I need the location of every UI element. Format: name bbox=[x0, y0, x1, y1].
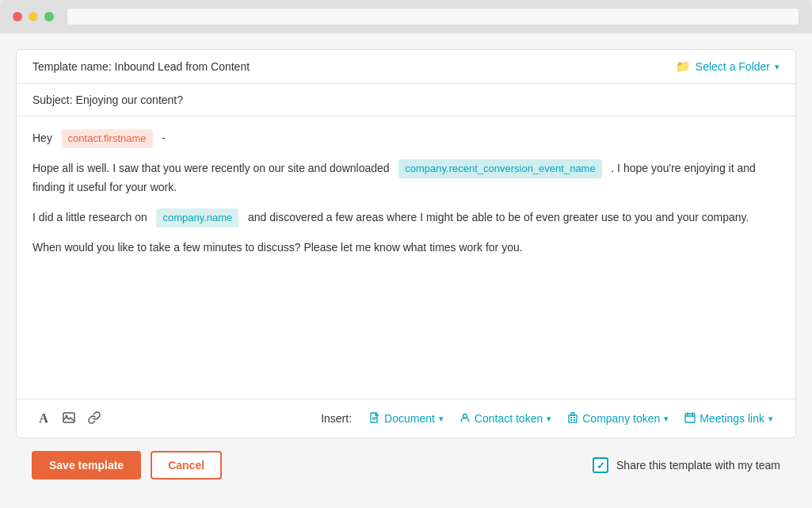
document-chevron-icon: ▾ bbox=[439, 414, 444, 424]
image-button[interactable] bbox=[58, 407, 80, 430]
company-token-chevron-icon: ▾ bbox=[664, 414, 669, 424]
browser-window: Template name: 📁 Select a Folder ▾ Subje… bbox=[0, 0, 812, 508]
select-folder-button[interactable]: 📁 Select a Folder ▾ bbox=[676, 59, 780, 74]
text-format-button[interactable]: A bbox=[32, 407, 55, 430]
svg-rect-10 bbox=[570, 419, 572, 421]
link-icon bbox=[88, 411, 101, 426]
browser-dot-red bbox=[13, 12, 22, 21]
contact-token-icon bbox=[459, 412, 471, 426]
share-section: ✓ Share this template with my team bbox=[593, 457, 780, 473]
document-icon bbox=[369, 412, 380, 426]
meetings-link-chevron-icon: ▾ bbox=[768, 414, 773, 424]
modal: Template name: 📁 Select a Folder ▾ Subje… bbox=[16, 49, 796, 438]
greeting-paragraph: Hey contact.firstname - bbox=[32, 129, 780, 148]
address-bar bbox=[67, 8, 799, 25]
image-icon bbox=[63, 412, 75, 426]
select-folder-label: Select a Folder bbox=[696, 60, 770, 73]
conversion-event-token[interactable]: company.recent_conversion_event_name bbox=[398, 159, 601, 178]
footer-row: Save template Cancel ✓ Share this templa… bbox=[16, 438, 796, 492]
subject-label: Subject: bbox=[32, 94, 73, 106]
para2-after-text: and discovered a few areas where I might… bbox=[248, 211, 749, 223]
document-label: Document bbox=[384, 412, 435, 425]
company-token-icon bbox=[567, 412, 578, 426]
subject-input[interactable] bbox=[76, 94, 780, 106]
contact-token-chevron-icon: ▾ bbox=[547, 414, 551, 424]
browser-dot-green bbox=[44, 12, 54, 21]
greeting-text: Hey bbox=[32, 132, 52, 144]
svg-rect-12 bbox=[685, 414, 695, 422]
save-template-button[interactable]: Save template bbox=[32, 451, 141, 479]
paragraph-3: When would you like to take a few minute… bbox=[32, 239, 780, 258]
document-button[interactable]: Document ▾ bbox=[363, 409, 450, 429]
template-name-row: Template name: 📁 Select a Folder ▾ bbox=[17, 50, 795, 84]
folder-icon: 📁 bbox=[676, 59, 691, 74]
meetings-link-button[interactable]: Meetings link ▾ bbox=[678, 409, 780, 429]
toolbar-row: A bbox=[17, 399, 795, 437]
meetings-link-icon bbox=[684, 412, 696, 426]
paragraph-1: Hope all is well. I saw that you were re… bbox=[32, 159, 780, 197]
browser-dot-yellow bbox=[29, 12, 38, 21]
meetings-link-label: Meetings link bbox=[700, 412, 764, 425]
svg-rect-11 bbox=[574, 419, 575, 421]
share-label: Share this template with my team bbox=[616, 459, 780, 472]
text-icon: A bbox=[39, 411, 48, 426]
para2-before-text: I did a little research on bbox=[32, 211, 147, 223]
svg-rect-8 bbox=[570, 417, 572, 418]
template-name-input[interactable] bbox=[115, 60, 676, 73]
checkmark-icon: ✓ bbox=[597, 460, 605, 472]
cancel-button[interactable]: Cancel bbox=[151, 451, 222, 479]
insert-label: Insert: bbox=[321, 412, 352, 425]
chevron-down-icon: ▾ bbox=[775, 62, 780, 72]
contact-token-button[interactable]: Contact token ▾ bbox=[453, 409, 558, 429]
share-checkbox[interactable]: ✓ bbox=[593, 457, 608, 473]
browser-content: Template name: 📁 Select a Folder ▾ Subje… bbox=[0, 33, 812, 508]
svg-rect-9 bbox=[574, 417, 575, 418]
company-name-token[interactable]: company.name bbox=[156, 208, 238, 227]
template-name-label: Template name: bbox=[32, 60, 112, 73]
link-button[interactable] bbox=[83, 407, 105, 430]
contact-firstname-token[interactable]: contact.firstname bbox=[62, 129, 153, 148]
contact-token-label: Contact token bbox=[475, 412, 543, 425]
svg-rect-6 bbox=[569, 415, 577, 422]
email-body[interactable]: Hey contact.firstname - Hope all is well… bbox=[17, 116, 795, 399]
subject-row: Subject: bbox=[17, 84, 795, 116]
browser-bar bbox=[0, 0, 812, 33]
company-token-label: Company token bbox=[582, 412, 660, 425]
para1-before-text: Hope all is well. I saw that you were re… bbox=[32, 162, 390, 174]
company-token-button[interactable]: Company token ▾ bbox=[561, 409, 675, 429]
dash-text: - bbox=[162, 132, 166, 144]
paragraph-2: I did a little research on company.name … bbox=[32, 208, 780, 227]
